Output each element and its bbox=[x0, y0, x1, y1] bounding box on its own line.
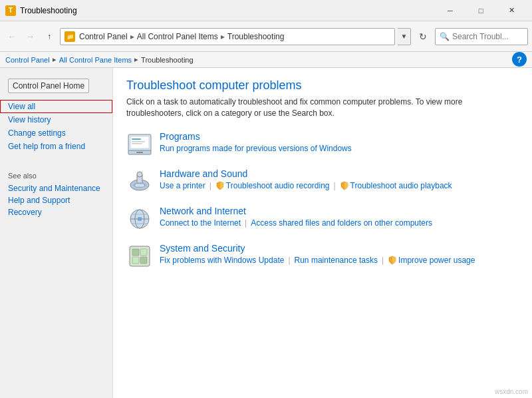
category-programs: Programs Run programs made for previous … bbox=[126, 131, 519, 158]
bc-controlpanel: Control Panel bbox=[79, 32, 128, 41]
category-hardware: Hardware and Sound Use a printer | Troub… bbox=[126, 168, 519, 195]
svg-rect-11 bbox=[135, 184, 144, 187]
title-bar: T Troubleshooting ─ □ ✕ bbox=[0, 0, 532, 21]
bc-allitems: All Control Panel Items bbox=[137, 32, 218, 41]
hardware-link-playback[interactable]: Troubleshoot audio playback bbox=[350, 181, 452, 190]
hardware-info: Hardware and Sound Use a printer | Troub… bbox=[160, 168, 519, 190]
app-icon: T bbox=[5, 5, 16, 16]
svg-rect-6 bbox=[132, 143, 142, 144]
svg-rect-4 bbox=[132, 138, 141, 140]
sidebar-also-securitymaintenance[interactable]: Security and Maintenance bbox=[0, 182, 112, 194]
back-button[interactable]: ← bbox=[4, 28, 20, 45]
shield-icon-3 bbox=[388, 256, 397, 265]
svg-rect-20 bbox=[140, 249, 147, 256]
address-dropdown-button[interactable]: ▼ bbox=[398, 28, 411, 45]
window-title: Troubleshooting bbox=[20, 6, 435, 15]
programs-info: Programs Run programs made for previous … bbox=[160, 131, 519, 153]
up-button[interactable]: ↑ bbox=[41, 28, 57, 45]
search-box[interactable]: 🔍 bbox=[435, 28, 528, 45]
sidebar: Control Panel Home View all View history… bbox=[0, 68, 113, 398]
window-controls: ─ □ ✕ bbox=[435, 0, 527, 21]
network-link-sharing[interactable]: Access shared files and folders on other… bbox=[251, 218, 432, 228]
system-title[interactable]: System and Security bbox=[160, 243, 519, 254]
watermark: wsxdn.com bbox=[495, 388, 528, 395]
address-input[interactable]: 📁 Control Panel ▸ All Control Panel Item… bbox=[60, 28, 395, 45]
programs-title[interactable]: Programs bbox=[160, 131, 519, 142]
sidebar-item-changesettings[interactable]: Change settings bbox=[0, 126, 112, 140]
see-also-label: See also bbox=[0, 166, 112, 182]
main-layout: Control Panel Home View all View history… bbox=[0, 68, 532, 398]
hardware-link-recording[interactable]: Troubleshoot audio recording bbox=[226, 181, 330, 190]
system-icon bbox=[126, 243, 153, 270]
forward-button[interactable]: → bbox=[23, 28, 39, 45]
hardware-link-printer[interactable]: Use a printer bbox=[160, 181, 205, 190]
svg-rect-21 bbox=[132, 257, 139, 264]
content-title: Troubleshoot computer problems bbox=[126, 79, 519, 93]
svg-rect-22 bbox=[140, 257, 147, 264]
breadcrumb: Control Panel ▸ All Control Pane Items ▸… bbox=[0, 52, 532, 68]
system-link-power[interactable]: Improve power usage bbox=[398, 256, 475, 265]
sidebar-item-viewhistory[interactable]: View history bbox=[0, 113, 112, 126]
system-links: Fix problems with Windows Update | Run m… bbox=[160, 256, 519, 265]
search-input[interactable] bbox=[452, 32, 523, 41]
network-icon bbox=[126, 206, 153, 232]
hardware-links: Use a printer | Troubleshoot audio recor… bbox=[160, 181, 519, 190]
category-system: System and Security Fix problems with Wi… bbox=[126, 243, 519, 270]
help-button[interactable]: ? bbox=[512, 52, 527, 67]
close-button[interactable]: ✕ bbox=[496, 0, 527, 21]
hardware-icon bbox=[126, 168, 153, 195]
svg-rect-1 bbox=[130, 136, 149, 148]
svg-rect-17 bbox=[138, 217, 142, 221]
shield-icon-2 bbox=[340, 181, 349, 190]
programs-link-1[interactable]: Run programs made for previous versions … bbox=[160, 144, 352, 153]
search-icon: 🔍 bbox=[440, 32, 450, 41]
svg-rect-3 bbox=[136, 152, 143, 153]
breadcrumb-allitems[interactable]: All Control Pane Items bbox=[59, 56, 132, 64]
svg-point-9 bbox=[137, 172, 142, 177]
shield-icon-1 bbox=[215, 181, 225, 190]
content-description: Click on a task to automatically trouble… bbox=[126, 97, 519, 119]
system-info: System and Security Fix problems with Wi… bbox=[160, 243, 519, 265]
folder-icon: 📁 bbox=[65, 31, 75, 42]
sidebar-also-recovery[interactable]: Recovery bbox=[0, 206, 112, 218]
content-area: Troubleshoot computer problems Click on … bbox=[113, 68, 532, 398]
bc-troubleshooting: Troubleshooting bbox=[227, 32, 285, 41]
refresh-button[interactable]: ↻ bbox=[414, 28, 432, 45]
system-link-update[interactable]: Fix problems with Windows Update bbox=[160, 256, 284, 265]
programs-icon bbox=[126, 131, 153, 158]
breadcrumb-controlpanel[interactable]: Control Panel bbox=[5, 56, 50, 64]
minimize-button[interactable]: ─ bbox=[435, 0, 466, 21]
sidebar-item-gethelp[interactable]: Get help from a friend bbox=[0, 140, 112, 153]
network-link-internet[interactable]: Connect to the Internet bbox=[160, 218, 241, 228]
sidebar-also-helpsupport[interactable]: Help and Support bbox=[0, 194, 112, 206]
sidebar-item-viewall[interactable]: View all bbox=[0, 100, 112, 113]
system-link-maintenance[interactable]: Run maintenance tasks bbox=[295, 256, 378, 265]
network-info: Network and Internet Connect to the Inte… bbox=[160, 206, 519, 228]
control-panel-home-button[interactable]: Control Panel Home bbox=[8, 79, 89, 93]
category-network: Network and Internet Connect to the Inte… bbox=[126, 206, 519, 232]
svg-rect-5 bbox=[132, 141, 145, 142]
hardware-title[interactable]: Hardware and Sound bbox=[160, 168, 519, 179]
breadcrumb-current: Troubleshooting bbox=[141, 56, 193, 64]
maximize-button[interactable]: □ bbox=[466, 0, 496, 21]
network-title[interactable]: Network and Internet bbox=[160, 206, 519, 216]
programs-links: Run programs made for previous versions … bbox=[160, 144, 519, 153]
network-links: Connect to the Internet | Access shared … bbox=[160, 218, 519, 228]
svg-rect-19 bbox=[132, 249, 139, 256]
address-bar: ← → ↑ 📁 Control Panel ▸ All Control Pane… bbox=[0, 21, 532, 52]
